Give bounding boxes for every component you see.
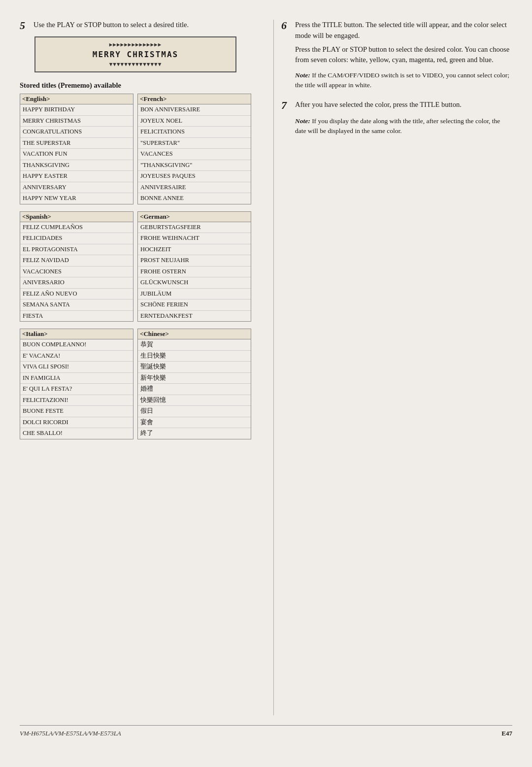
title-item: CONGRATULATIONS — [20, 127, 133, 138]
step-7-note-label: Note: — [295, 117, 310, 125]
title-item: VACANCES — [138, 149, 251, 160]
step-6-para2: Press the PLAY or STOP button to select … — [295, 44, 512, 66]
title-item: 宴會 — [138, 417, 251, 429]
step-5-text: Use the PLAY or STOP button to select a … — [33, 20, 251, 31]
title-item: EL PROTAGONISTA — [20, 244, 133, 256]
english-block: <English> HAPPY BIRTHDAY MERRY CHRISTMAS… — [20, 94, 133, 204]
step-5-number: 5 — [20, 20, 31, 32]
title-item: THANKSGIVING — [20, 160, 133, 171]
title-item: THE SUPERSTAR — [20, 138, 133, 149]
title-item: VACATION FUN — [20, 149, 133, 160]
title-item: PROST NEUJAHR — [138, 255, 251, 267]
title-item: HOCHZEIT — [138, 244, 251, 256]
title-item: "SUPERSTAR" — [138, 138, 251, 149]
italian-block: <Italian> BUON COMPLEANNO! E' VACANZA! V… — [20, 329, 133, 439]
french-block: <French> BON ANNIVERSAIRE JOYEUX NOEL FE… — [137, 94, 251, 204]
title-item: 假日 — [138, 406, 251, 417]
footer-page: E47 — [501, 730, 512, 737]
english-label: <English> — [20, 94, 133, 104]
step-6-note-label: Note: — [295, 71, 310, 79]
title-item: BON ANNIVERSAIRE — [138, 104, 251, 116]
step-6-header: 6 Press the TITLE button. The selected t… — [281, 20, 512, 41]
footer-model: VM-H675LA/VM-E575LA/VM-E573LA — [20, 730, 121, 737]
title-item: MERRY CHRISTMAS — [20, 116, 133, 127]
title-item: E' QUI LA FESTA? — [20, 384, 133, 395]
spanish-block: <Spanish> FELIZ CUMPLEAÑOS FELICIDADES E… — [20, 211, 133, 322]
german-label: <German> — [138, 212, 251, 222]
title-item: FELIZ AÑO NUEVO — [20, 289, 133, 300]
display-title: MERRY CHRISTMAS — [41, 50, 230, 59]
german-block: <German> GEBURTSTAGSFEIER FROHE WEIHNACH… — [137, 211, 251, 322]
title-item: 快樂回憶 — [138, 395, 251, 406]
title-item: FELICIDADES — [20, 233, 133, 244]
title-item: E' VACANZA! — [20, 351, 133, 362]
step-6-text: Press the TITLE button. The selected tit… — [295, 20, 512, 41]
step-5-block: 5 Use the PLAY or STOP button to select … — [20, 20, 251, 72]
title-item: 恭賀 — [138, 339, 251, 351]
title-item: ANNIVERSARY — [20, 182, 133, 194]
title-item: DOLCI RICORDI — [20, 417, 133, 429]
stored-titles-header: Stored titles (Prememo) available — [20, 81, 251, 90]
title-item: JUBILÄUM — [138, 289, 251, 300]
title-item: BUONE FESTE — [20, 406, 133, 417]
title-item: FELICITAZIONI! — [20, 395, 133, 406]
title-item: ERNTEDANKFEST — [138, 311, 251, 322]
title-item: VIVA GLI SPOSI! — [20, 362, 133, 373]
title-item: GLÜCKWUNSCH — [138, 277, 251, 289]
title-item: HAPPY BIRTHDAY — [20, 104, 133, 116]
step-6-note-text: If the CAM/OFF/VIDEO switch is set to VI… — [295, 71, 509, 89]
title-item: JOYEUSES PAQUES — [138, 171, 251, 182]
title-item: VACACIONES — [20, 267, 133, 278]
title-item: FROHE WEIHNACHT — [138, 233, 251, 244]
title-item: SEMANA SANTA — [20, 300, 133, 311]
footer: VM-H675LA/VM-E575LA/VM-E573LA E47 — [20, 725, 512, 737]
step-6-note: Note: If the CAM/OFF/VIDEO switch is set… — [295, 70, 512, 91]
left-column: 5 Use the PLAY or STOP button to select … — [20, 20, 259, 715]
step-7-note: Note: If you display the date along with… — [295, 116, 512, 136]
title-item: HAPPY EASTER — [20, 171, 133, 182]
title-item: IN FAMIGLIA — [20, 373, 133, 384]
title-item: ANIVERSARIO — [20, 277, 133, 289]
chinese-label: <Chinese> — [138, 329, 251, 339]
title-item: 婚禮 — [138, 384, 251, 395]
title-item: 聖誕快樂 — [138, 362, 251, 373]
title-item: FIESTA — [20, 311, 133, 322]
title-item: CHE SBALLO! — [20, 428, 133, 439]
display-screen: MERRY CHRISTMAS — [34, 36, 236, 72]
right-column: 6 Press the TITLE button. The selected t… — [273, 20, 512, 715]
title-item: 生日快樂 — [138, 351, 251, 362]
title-item: "THANKSGIVING" — [138, 160, 251, 171]
step-5-header: 5 Use the PLAY or STOP button to select … — [20, 20, 251, 32]
page: 5 Use the PLAY or STOP button to select … — [0, 0, 532, 767]
chinese-block: <Chinese> 恭賀 生日快樂 聖誕快樂 新年快樂 婚禮 快樂回憶 假日 宴… — [137, 329, 251, 439]
lang-row-2: <Spanish> FELIZ CUMPLEAÑOS FELICIDADES E… — [20, 211, 251, 322]
step-7-header: 7 After you have selected the color, pre… — [281, 100, 512, 111]
title-item: ANNIVERSAIRE — [138, 182, 251, 194]
step-7-block: 7 After you have selected the color, pre… — [281, 100, 512, 136]
title-item: 終了 — [138, 428, 251, 439]
title-item: FROHE OSTERN — [138, 267, 251, 278]
italian-label: <Italian> — [20, 329, 133, 339]
title-item: HAPPY NEW YEAR — [20, 193, 133, 204]
title-item: FELIZ NAVIDAD — [20, 255, 133, 267]
step-7-text: After you have selected the color, press… — [295, 100, 512, 110]
lang-row-1: <English> HAPPY BIRTHDAY MERRY CHRISTMAS… — [20, 94, 251, 204]
step-6-number: 6 — [281, 20, 292, 32]
step-7-number: 7 — [281, 100, 292, 111]
title-item: JOYEUX NOEL — [138, 116, 251, 127]
spanish-label: <Spanish> — [20, 212, 133, 222]
french-label: <French> — [138, 94, 251, 104]
title-item: GEBURTSTAGSFEIER — [138, 222, 251, 233]
title-item: BONNE ANNEE — [138, 193, 251, 204]
title-item: SCHÖNE FERIEN — [138, 300, 251, 311]
title-item: FELIZ CUMPLEAÑOS — [20, 222, 133, 233]
step-7-note-text: If you display the date along with the t… — [295, 117, 500, 134]
title-item: BUON COMPLEANNO! — [20, 339, 133, 351]
lang-row-3: <Italian> BUON COMPLEANNO! E' VACANZA! V… — [20, 329, 251, 439]
step-6-block: 6 Press the TITLE button. The selected t… — [281, 20, 512, 91]
titles-section: Stored titles (Prememo) available <Engli… — [20, 81, 251, 439]
title-item: FELICITATIONS — [138, 127, 251, 138]
title-item: 新年快樂 — [138, 373, 251, 384]
